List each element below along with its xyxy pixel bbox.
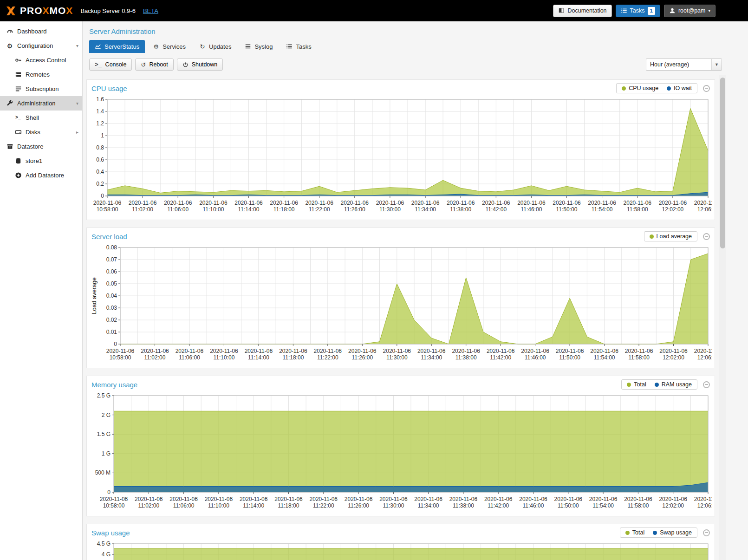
svg-text:0.2: 0.2: [96, 181, 104, 187]
svg-text:2020-11-06: 2020-11-06: [517, 200, 546, 206]
memory-usage-panel: Memory usage Total RAM usage 0500 M1 G1.…: [86, 376, 715, 516]
svg-text:2020-11-06: 2020-11-06: [694, 348, 712, 354]
power-icon: [182, 62, 189, 68]
proxmox-x-icon: [6, 6, 16, 16]
tab-syslog[interactable]: Syslog: [239, 40, 278, 53]
collapse-panel-icon[interactable]: [703, 85, 710, 92]
svg-text:11:30:00: 11:30:00: [379, 206, 401, 213]
svg-text:11:14:00: 11:14:00: [243, 502, 264, 509]
chart-legend: CPU usage IO wait: [616, 83, 697, 93]
sidebar-item-remotes[interactable]: Remotes: [0, 67, 82, 82]
svg-text:11:58:00: 11:58:00: [628, 354, 650, 361]
proxmox-logo: PROXMOX: [6, 5, 73, 16]
vertical-scrollbar[interactable]: [719, 75, 726, 560]
tasks-icon: [621, 7, 627, 14]
chevron-down-icon: ▼: [711, 59, 722, 70]
panel-title: CPU usage: [91, 85, 127, 92]
sidebar-item-shell[interactable]: >_ Shell: [0, 111, 82, 125]
sidebar-item-add-datastore[interactable]: Add Datastore: [0, 168, 82, 182]
svg-text:500 M: 500 M: [95, 469, 111, 476]
scrollbar-thumb[interactable]: [720, 78, 725, 248]
svg-text:1.4: 1.4: [96, 108, 104, 115]
svg-text:1 G: 1 G: [102, 450, 111, 457]
toolbar: >_ Console ↺ Reboot Shutdown Hour (avera…: [83, 55, 726, 75]
svg-text:2020-11-06: 2020-11-06: [345, 496, 373, 502]
series-dot: [667, 86, 671, 91]
tasks-button[interactable]: Tasks 1: [616, 5, 660, 17]
svg-text:11:54:00: 11:54:00: [592, 502, 614, 509]
sidebar-item-dashboard[interactable]: Dashboard: [0, 24, 82, 39]
tab-updates[interactable]: ↻ Updates: [194, 40, 237, 53]
svg-text:1: 1: [101, 132, 104, 139]
svg-text:11:34:00: 11:34:00: [418, 502, 439, 509]
svg-text:2020-11-06: 2020-11-06: [376, 200, 404, 206]
svg-text:12:02:00: 12:02:00: [662, 502, 684, 509]
beta-link[interactable]: BETA: [143, 7, 158, 14]
collapse-panel-icon[interactable]: [703, 529, 710, 536]
swap-usage-panel: Swap usage Total Swap usage 0500 M1 G1.5…: [86, 524, 715, 560]
chevron-down-icon: ▾: [76, 43, 78, 48]
svg-text:0.4: 0.4: [96, 169, 104, 175]
svg-text:2020-11-06: 2020-11-06: [553, 200, 581, 206]
sidebar-item-subscription[interactable]: Subscription: [0, 82, 82, 96]
collapse-panel-icon[interactable]: [703, 233, 710, 240]
svg-text:11:02:00: 11:02:00: [144, 354, 166, 361]
collapse-panel-icon[interactable]: [703, 381, 710, 388]
svg-text:2020-11-06: 2020-11-06: [590, 348, 618, 354]
svg-text:2020-11-06: 2020-11-06: [484, 496, 513, 502]
reboot-button[interactable]: ↺ Reboot: [135, 59, 173, 71]
svg-text:11:50:00: 11:50:00: [558, 502, 579, 509]
svg-text:4 G: 4 G: [102, 551, 111, 558]
svg-text:11:42:00: 11:42:00: [490, 354, 511, 361]
key-icon: [14, 57, 22, 64]
svg-text:0.05: 0.05: [106, 280, 117, 287]
gauge-icon: [6, 28, 13, 35]
svg-text:2020-11-06: 2020-11-06: [270, 200, 298, 206]
svg-text:2020-11-06: 2020-11-06: [305, 200, 333, 206]
svg-text:2020-11-06: 2020-11-06: [341, 200, 369, 206]
sidebar-item-disks[interactable]: Disks ▸: [0, 125, 82, 139]
sidebar-item-access-control[interactable]: Access Control: [0, 53, 82, 67]
svg-text:0.07: 0.07: [106, 256, 117, 263]
svg-text:2020-11-06: 2020-11-06: [205, 496, 233, 502]
svg-text:2020-11-06: 2020-11-06: [625, 348, 653, 354]
sidebar-item-store1[interactable]: store1: [0, 154, 82, 168]
remotes-icon: [14, 71, 22, 78]
svg-text:11:58:00: 11:58:00: [627, 206, 648, 213]
svg-text:2020-11-06: 2020-11-06: [379, 496, 408, 502]
sidebar-item-configuration[interactable]: ⚙ Configuration ▾: [0, 39, 82, 53]
chevron-down-icon: ▾: [76, 101, 78, 106]
tab-services[interactable]: ⚙ Services: [147, 40, 191, 53]
sidebar-item-datastore[interactable]: Datastore: [0, 139, 82, 154]
svg-text:11:22:00: 11:22:00: [317, 354, 338, 361]
svg-text:2020-11-06: 2020-11-06: [210, 348, 238, 354]
svg-text:2020-11-06: 2020-11-06: [383, 348, 411, 354]
svg-text:0.08: 0.08: [106, 244, 117, 251]
svg-text:2020-11-06: 2020-11-06: [519, 496, 547, 502]
terminal-icon: >_: [14, 114, 22, 122]
series-dot: [655, 383, 659, 387]
server-load-panel: Server load Load average 00.010.020.030.…: [86, 228, 715, 368]
svg-text:2020-11-06: 2020-11-06: [521, 348, 549, 354]
svg-text:11:18:00: 11:18:00: [273, 206, 295, 213]
svg-text:2020-11-06: 2020-11-06: [694, 200, 712, 206]
svg-text:2020-11-06: 2020-11-06: [129, 200, 157, 206]
svg-text:2020-11-06: 2020-11-06: [554, 496, 583, 502]
shutdown-button[interactable]: Shutdown: [177, 59, 223, 71]
brand-wordmark: PROXMOX: [20, 5, 73, 16]
console-button[interactable]: >_ Console: [89, 59, 132, 71]
cpu-usage-panel: CPU usage CPU usage IO wait 00.20.40.60.…: [86, 79, 715, 220]
tab-tasks[interactable]: Tasks: [280, 40, 317, 53]
sidebar-item-administration[interactable]: Administration ▾: [0, 96, 82, 111]
svg-text:11:26:00: 11:26:00: [351, 354, 373, 361]
timeframe-select[interactable]: Hour (average) ▼: [646, 59, 722, 71]
svg-text:2020-11-06: 2020-11-06: [659, 348, 688, 354]
sidebar: Dashboard ⚙ Configuration ▾ Access Contr…: [0, 21, 83, 560]
user-menu-button[interactable]: root@pam ▾: [664, 5, 715, 17]
tab-serverstatus[interactable]: ServerStatus: [89, 40, 145, 53]
svg-text:1.6: 1.6: [96, 96, 104, 103]
svg-text:2020-11-06: 2020-11-06: [141, 348, 169, 354]
svg-text:11:14:00: 11:14:00: [238, 206, 260, 213]
documentation-button[interactable]: Documentation: [553, 5, 611, 17]
svg-text:11:22:00: 11:22:00: [309, 206, 330, 213]
